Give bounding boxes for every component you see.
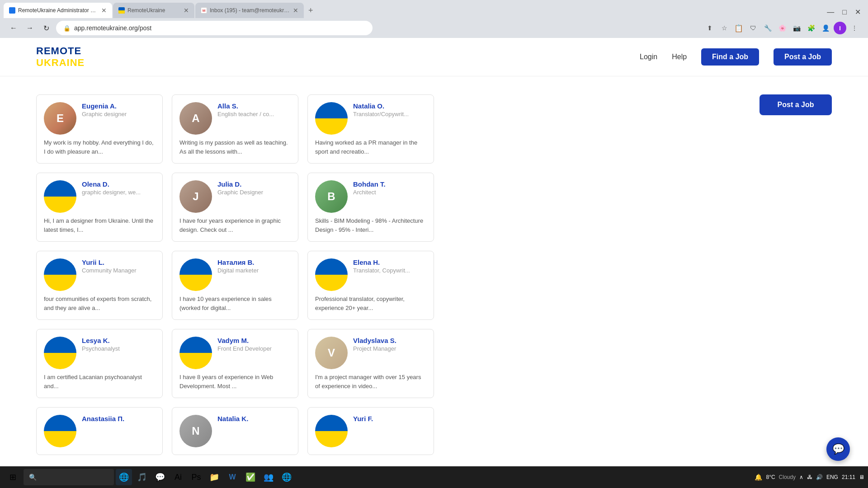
menu-icon[interactable]: ⋮: [848, 22, 861, 34]
card-description: I am certified Lacanian psychoanalyst an…: [44, 373, 155, 390]
taskbar-app-adobe[interactable]: Ai: [170, 469, 186, 485]
minimize-button[interactable]: —: [823, 6, 838, 18]
person-avatar: N: [179, 415, 212, 447]
tab-close-1[interactable]: ✕: [101, 7, 107, 14]
profile-card[interactable]: B Bohdan T. Architect Skills - BIM Model…: [307, 173, 434, 242]
start-button[interactable]: ⊞: [4, 468, 22, 486]
taskbar-app-files[interactable]: 📁: [206, 469, 222, 485]
taskbar-app-browser2[interactable]: 🌐: [278, 469, 295, 485]
profile-card[interactable]: Наталия В. Digital marketer I have 10 ye…: [172, 251, 298, 320]
logo-ukraine: UKRAINE: [36, 57, 85, 69]
card-name: Elena H.: [353, 258, 426, 266]
flag-avatar: [44, 415, 76, 447]
card-role: Graphic Designer: [217, 189, 291, 196]
taskbar-app-ps[interactable]: Ps: [188, 469, 204, 485]
profile-card[interactable]: Lesya K. Psychoanalyst I am certified La…: [36, 329, 163, 398]
extensions-icon[interactable]: 🧩: [805, 22, 817, 34]
nav-links: Login Help Find a Job Post a Job: [640, 48, 832, 66]
card-top: Olena D. graphic designer, we...: [44, 180, 155, 213]
taskbar-search[interactable]: 🔍: [24, 469, 114, 485]
card-top: N Natalia K.: [179, 415, 291, 447]
new-tab-button[interactable]: +: [305, 6, 317, 15]
tab-1[interactable]: RemoteUkraine Administrator D... ✕: [4, 3, 112, 18]
bookmark-icon[interactable]: ☆: [718, 22, 731, 34]
card-name: Yurii L.: [82, 258, 155, 266]
maximize-button[interactable]: □: [839, 6, 850, 18]
card-name: Vladyslava S.: [353, 337, 426, 344]
help-link[interactable]: Help: [672, 53, 687, 61]
profile-card[interactable]: Anastasiia П.: [36, 407, 163, 455]
profile-card[interactable]: J Julia D. Graphic Designer I have four …: [172, 173, 298, 242]
reload-button[interactable]: ↻: [40, 22, 52, 34]
chrome-icon: 🌐: [119, 472, 129, 482]
card-info: Bohdan T. Architect: [353, 180, 426, 196]
user-profile-button[interactable]: I: [834, 22, 846, 34]
profile-card[interactable]: Yuri F.: [307, 407, 434, 455]
taskbar-app-chrome[interactable]: 🌐: [116, 469, 132, 485]
card-name: Vadym M.: [217, 337, 291, 344]
card-role: Front End Developer: [217, 345, 291, 352]
card-description: Writing is my passion as well as teachin…: [179, 138, 291, 156]
forward-button[interactable]: →: [24, 22, 36, 34]
card-info: Anastasiia П.: [82, 415, 155, 423]
card-name: Olena D.: [82, 180, 155, 188]
profile-card[interactable]: Natalia O. Translator/Copywrit... Having…: [307, 94, 434, 164]
close-button[interactable]: ✕: [851, 6, 864, 18]
main-content: E Eugenia A. Graphic designer My work is…: [0, 76, 868, 473]
tab-close-2[interactable]: ✕: [184, 7, 189, 14]
back-button[interactable]: ←: [7, 22, 20, 34]
cards-grid: E Eugenia A. Graphic designer My work is…: [36, 94, 741, 455]
url-bar[interactable]: 🔒 app.remoteukraine.org/post: [56, 21, 373, 35]
taskbar-app-spotify[interactable]: 🎵: [134, 469, 150, 485]
profile-card[interactable]: N Natalia K.: [172, 407, 298, 455]
profile-icon[interactable]: 👤: [819, 22, 832, 34]
post-job-sidebar-button[interactable]: Post a Job: [760, 94, 832, 115]
extension-icon-red[interactable]: 📋: [732, 22, 745, 34]
tab-title-2: RemoteUkraine: [127, 7, 181, 14]
profile-card[interactable]: Vadym M. Front End Developer I have 8 ye…: [172, 329, 298, 398]
card-role: Graphic designer: [82, 111, 155, 117]
taskbar-app-teams[interactable]: 👥: [260, 469, 277, 485]
address-bar: ← → ↻ 🔒 app.remoteukraine.org/post ⬆ ☆ 📋…: [0, 18, 868, 38]
find-job-button[interactable]: Find a Job: [701, 48, 759, 66]
card-name: Lesya K.: [82, 337, 155, 344]
card-role: Psychoanalyst: [82, 345, 155, 352]
card-top: A Alla S. English teacher / co...: [179, 102, 291, 135]
profile-card[interactable]: E Eugenia A. Graphic designer My work is…: [36, 94, 163, 164]
extension-icon-2[interactable]: 🔧: [761, 22, 774, 34]
weather-temp: 8°C: [766, 474, 775, 480]
card-info: Eugenia A. Graphic designer: [82, 102, 155, 117]
card-top: Yuri F.: [315, 415, 426, 447]
card-description: I have 10 years experience in sales (wor…: [179, 295, 291, 312]
profile-card[interactable]: Elena H. Translator, Copywrit... Profess…: [307, 251, 434, 320]
camera-icon[interactable]: 📷: [790, 22, 803, 34]
taskbar-app-skype[interactable]: 💬: [152, 469, 168, 485]
flag-avatar: [179, 258, 212, 291]
taskbar-app-task[interactable]: ✅: [242, 469, 259, 485]
card-top: Anastasiia П.: [44, 415, 155, 447]
app-header: REMOTE UKRAINE Login Help Find a Job Pos…: [0, 38, 868, 76]
tab-title-3: Inbox (195) - team@remoteukra...: [210, 7, 290, 14]
extension-icon-3[interactable]: 🌸: [776, 22, 788, 34]
shield-icon[interactable]: 🛡: [747, 22, 760, 34]
tab-close-3[interactable]: ✕: [293, 7, 298, 14]
share-icon[interactable]: ⬆: [703, 22, 716, 34]
flag-avatar: [315, 258, 348, 291]
tab-2[interactable]: RemoteUkraine ✕: [113, 3, 194, 18]
card-info: Yuri F.: [353, 415, 426, 423]
profile-card[interactable]: Yurii L. Community Manager four communit…: [36, 251, 163, 320]
card-info: Vladyslava S. Project Manager: [353, 337, 426, 352]
chat-button[interactable]: 💬: [826, 437, 850, 461]
tab-3[interactable]: M Inbox (195) - team@remoteukra... ✕: [195, 3, 304, 18]
profile-card[interactable]: A Alla S. English teacher / co... Writin…: [172, 94, 298, 164]
profile-card[interactable]: V Vladyslava S. Project Manager I'm a pr…: [307, 329, 434, 398]
weather-desc: Cloudy: [779, 474, 796, 480]
card-info: Наталия В. Digital marketer: [217, 258, 291, 274]
profile-card[interactable]: Olena D. graphic designer, we... Hi, I a…: [36, 173, 163, 242]
login-link[interactable]: Login: [640, 53, 657, 61]
lock-icon: 🔒: [63, 25, 71, 32]
card-top: Yurii L. Community Manager: [44, 258, 155, 291]
taskbar-app-word[interactable]: W: [224, 469, 241, 485]
flag-avatar: [44, 258, 76, 291]
post-job-header-button[interactable]: Post a Job: [774, 48, 832, 66]
